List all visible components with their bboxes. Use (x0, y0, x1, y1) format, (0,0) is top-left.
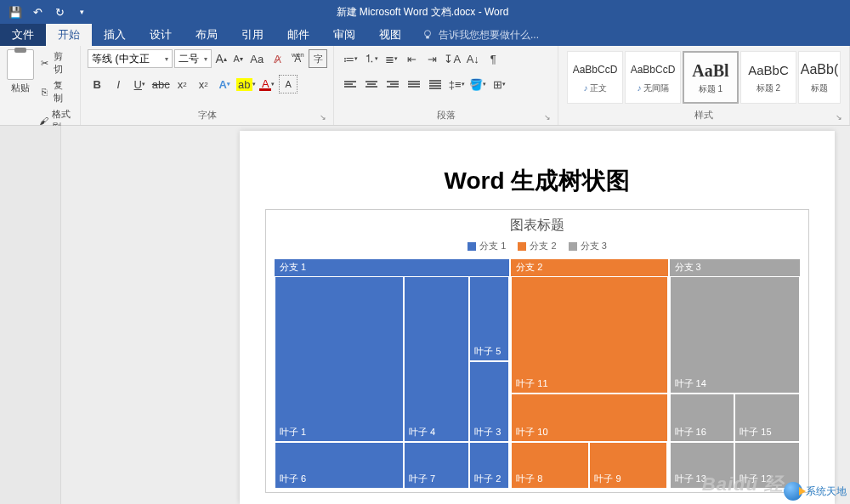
subscript-button[interactable]: x2 (173, 75, 191, 93)
highlight-button[interactable]: ab▾ (236, 75, 255, 93)
document-page[interactable]: Word 生成树状图 图表标题 分支 1 分支 2 分支 3 分支 1 叶子 1… (240, 131, 835, 504)
align-center-button[interactable] (362, 75, 381, 93)
navigation-pane[interactable] (0, 126, 61, 504)
tab-view[interactable]: 视图 (367, 24, 413, 46)
styles-dialog-launcher[interactable]: ↘ (836, 113, 842, 122)
qat-customize-icon[interactable]: ▾ (71, 2, 92, 22)
branch-header: 分支 1 (275, 259, 509, 276)
redo-icon[interactable]: ↻ (49, 2, 70, 22)
brush-icon: 🖌 (39, 115, 48, 127)
style-preview: AaBl (686, 58, 735, 83)
style-label: 正文 (590, 83, 607, 93)
align-right-button[interactable] (383, 75, 402, 93)
font-family-value: 等线 (中文正 (92, 52, 149, 66)
paragraph-group-label: 段落 (437, 110, 456, 120)
group-paragraph: ≔▾ ⒈▾ ≣▾ ⇤ ⇥ ↧A A↓ ¶ ‡≡▾ 🪣▾ ⊞▾ 段落↘ (334, 46, 558, 125)
distributed-button[interactable] (426, 75, 445, 93)
numbering-button[interactable]: ⒈▾ (361, 49, 380, 68)
borders-button[interactable]: ⊞▾ (490, 75, 508, 93)
treemap-leaf[interactable]: 叶子 3 (469, 361, 509, 442)
treemap-leaf[interactable]: 叶子 10 (511, 394, 667, 443)
copy-button[interactable]: ⎘复制 (37, 78, 73, 105)
tab-insert[interactable]: 插入 (92, 24, 138, 46)
decrease-indent-button[interactable]: ⇤ (402, 49, 421, 68)
cut-button[interactable]: ✂剪切 (37, 49, 73, 76)
style-label: 标题 2 (756, 83, 780, 93)
font-group-label: 字体 (198, 110, 217, 120)
text-direction-button[interactable]: ↧A (443, 49, 462, 68)
grow-font-button[interactable]: A▴ (213, 49, 229, 68)
document-area: Word 生成树状图 图表标题 分支 1 分支 2 分支 3 分支 1 叶子 1… (0, 126, 850, 504)
font-family-combo[interactable]: 等线 (中文正▾ (88, 49, 173, 68)
treemap-leaf[interactable]: 叶子 1 (275, 276, 404, 442)
increase-indent-button[interactable]: ⇥ (422, 49, 441, 68)
treemap-leaf[interactable]: 叶子 6 (275, 442, 404, 489)
styles-group-label: 样式 (694, 110, 713, 120)
font-color-button[interactable]: A▾ (258, 75, 276, 93)
shrink-font-button[interactable]: A▾ (230, 49, 246, 68)
treemap-leaf[interactable]: 叶子 4 (404, 276, 469, 442)
font-size-combo[interactable]: 二号▾ (174, 49, 212, 68)
tab-references[interactable]: 引用 (230, 24, 275, 46)
paragraph-dialog-launcher[interactable]: ↘ (544, 113, 551, 122)
treemap-leaf[interactable]: 叶子 16 (670, 394, 735, 443)
justify-button[interactable] (405, 75, 423, 93)
style-heading2[interactable]: AaBbC标题 2 (740, 51, 796, 104)
tab-review[interactable]: 审阅 (321, 24, 367, 46)
shading-button[interactable]: 🪣▾ (468, 75, 487, 93)
text-effects-button[interactable]: A▾ (215, 75, 234, 93)
treemap-leaf[interactable]: 叶子 5 (469, 276, 509, 361)
bold-button[interactable]: B (88, 75, 106, 93)
bullets-button[interactable]: ≔▾ (341, 49, 360, 68)
clear-formatting-button[interactable]: A̷ (268, 49, 286, 68)
treemap-leaf[interactable]: 叶子 11 (511, 276, 667, 394)
underline-button[interactable]: U▾ (130, 75, 149, 93)
chart-legend: 分支 1 分支 2 分支 3 (275, 240, 800, 252)
treemap-leaf[interactable]: 叶子 8 (511, 442, 589, 489)
legend-item[interactable]: 分支 1 (468, 240, 506, 252)
style-title[interactable]: AaBb(标题 (798, 51, 841, 104)
paste-button[interactable]: 粘贴 (7, 49, 34, 94)
treemap-chart[interactable]: 图表标题 分支 1 分支 2 分支 3 分支 1 叶子 1 叶子 6 叶子 4 … (265, 209, 809, 493)
tell-me-search[interactable]: 告诉我您想要做什么... (422, 24, 539, 46)
character-shading-button[interactable]: A (279, 75, 298, 93)
legend-item[interactable]: 分支 2 (518, 240, 556, 252)
branch-header: 分支 3 (670, 259, 801, 276)
italic-button[interactable]: I (109, 75, 128, 93)
strikethrough-button[interactable]: abc (151, 75, 170, 93)
chart-title: 图表标题 (275, 217, 800, 235)
show-marks-button[interactable]: ¶ (484, 49, 502, 68)
sort-button[interactable]: A↓ (463, 49, 482, 68)
tab-home[interactable]: 开始 (46, 24, 92, 46)
tab-mailings[interactable]: 邮件 (275, 24, 321, 46)
legend-item[interactable]: 分支 3 (569, 240, 607, 252)
treemap-leaf[interactable]: 叶子 2 (469, 442, 509, 489)
character-border-button[interactable]: 字 (309, 49, 327, 68)
superscript-button[interactable]: x2 (194, 75, 212, 93)
align-left-button[interactable] (341, 75, 360, 93)
branch-header: 分支 2 (511, 259, 667, 276)
treemap-plot: 分支 1 叶子 1 叶子 6 叶子 4 叶子 7 叶子 5 叶子 3 叶子 2 … (275, 259, 800, 489)
font-dialog-launcher[interactable]: ↘ (320, 113, 326, 122)
style-no-spacing[interactable]: AaBbCcD♪无间隔 (625, 51, 681, 104)
lightbulb-icon (422, 29, 434, 41)
undo-icon[interactable]: ↶ (27, 2, 48, 22)
save-icon[interactable]: 💾 (5, 2, 26, 22)
treemap-leaf[interactable]: 叶子 7 (404, 442, 469, 489)
treemap-leaf[interactable]: 叶子 9 (589, 442, 667, 489)
style-normal[interactable]: AaBbCcD♪正文 (567, 51, 623, 104)
styles-gallery[interactable]: AaBbCcD♪正文 AaBbCcD♪无间隔 AaBl标题 1 AaBbC标题 … (565, 49, 842, 105)
multilevel-list-button[interactable]: ≣▾ (382, 49, 400, 68)
change-case-button[interactable]: Aa (247, 49, 266, 68)
phonetic-guide-button[interactable]: wénA (288, 49, 307, 68)
treemap-leaf[interactable]: 叶子 14 (670, 276, 801, 394)
tab-file[interactable]: 文件 (0, 24, 46, 46)
group-styles: AaBbCcD♪正文 AaBbCcD♪无间隔 AaBl标题 1 AaBbC标题 … (558, 46, 850, 125)
treemap-leaf[interactable]: 叶子 15 (734, 394, 800, 443)
tab-layout[interactable]: 布局 (184, 24, 230, 46)
badge-label: 系统天地 (806, 484, 847, 499)
style-heading1[interactable]: AaBl标题 1 (683, 51, 739, 104)
paste-label: 粘贴 (11, 82, 30, 93)
tab-design[interactable]: 设计 (138, 24, 184, 46)
line-spacing-button[interactable]: ‡≡▾ (447, 75, 466, 93)
